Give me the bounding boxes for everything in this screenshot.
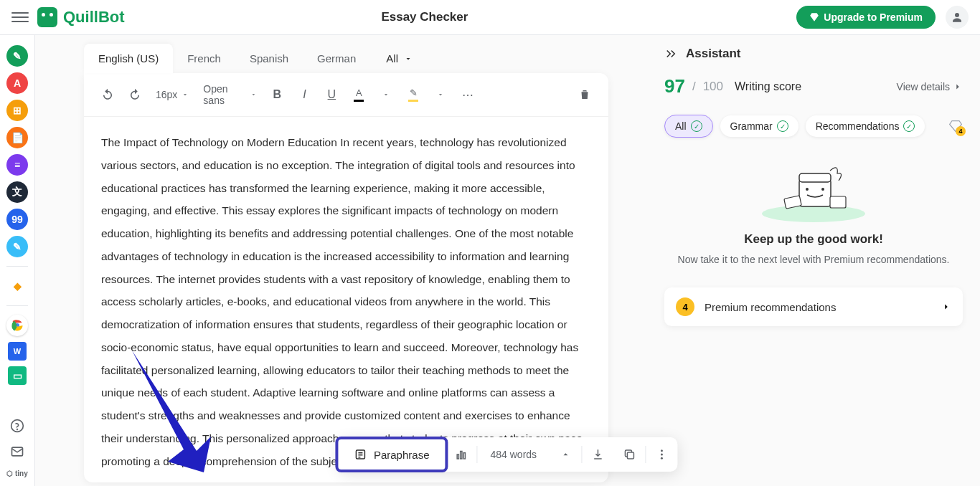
assistant-panel: Assistant 97 / 100 Writing score View de… xyxy=(657,35,980,486)
svg-rect-12 xyxy=(463,453,465,459)
svg-rect-23 xyxy=(830,196,846,208)
language-tabs: English (US) French Spanish German All xyxy=(41,35,651,73)
rail-item-3[interactable]: ⊞ xyxy=(6,100,28,121)
svg-point-4 xyxy=(17,429,18,430)
chevron-right-icon xyxy=(941,302,951,312)
view-details-link[interactable]: View details xyxy=(897,81,963,92)
sub-text: Now take it to the next level with Premi… xyxy=(664,252,963,267)
filter-dropdown[interactable]: All xyxy=(376,47,423,70)
chip-recommendations[interactable]: Recommendations✓ xyxy=(806,115,925,137)
upgrade-button[interactable]: Upgrade to Premium xyxy=(796,6,936,29)
good-work-heading: Keep up the good work! xyxy=(664,232,963,247)
chevron-down-icon xyxy=(382,91,390,98)
svg-rect-13 xyxy=(627,452,633,459)
rail-item-4[interactable]: 📄 xyxy=(6,127,28,148)
italic-button[interactable]: I xyxy=(292,82,316,107)
download-icon xyxy=(591,448,604,461)
more-options-button[interactable] xyxy=(646,437,677,472)
rail-item-8[interactable]: ✎ xyxy=(6,236,28,257)
redo-button[interactable] xyxy=(123,82,147,107)
score-sep: / xyxy=(692,80,696,94)
editor-card: 16px Open sans B I U A ✎ ⋯ The Impact of… xyxy=(84,73,608,482)
rail-app-icon[interactable]: ▭ xyxy=(8,366,27,385)
chip-grammar[interactable]: Grammar✓ xyxy=(720,115,798,137)
tool-rail: ✎ A ⊞ 📄 ≡ 文 99 ✎ ◆ W ▭ ⬡ tiny xyxy=(0,35,35,486)
rail-item-5[interactable]: ≡ xyxy=(6,154,28,176)
premium-badge-count: 4 xyxy=(956,126,966,136)
delete-button[interactable] xyxy=(573,82,597,107)
underline-button[interactable]: U xyxy=(319,82,344,107)
font-family-select[interactable]: Open sans xyxy=(197,80,262,109)
text-color-dropdown[interactable] xyxy=(374,82,398,107)
text-color-button[interactable]: A xyxy=(347,82,371,107)
tiny-badge: ⬡ tiny xyxy=(6,470,28,477)
highlight-dropdown[interactable] xyxy=(428,82,453,107)
tab-french[interactable]: French xyxy=(173,44,235,73)
chevron-down-icon xyxy=(250,91,257,98)
premium-recommendations-card[interactable]: 4 Premium recommendations xyxy=(664,287,963,326)
menu-icon[interactable] xyxy=(11,9,29,26)
page-title: Essay Checker xyxy=(53,10,797,24)
undo-button[interactable] xyxy=(95,82,120,107)
font-size-select[interactable]: 16px xyxy=(150,86,194,103)
chip-all[interactable]: All✓ xyxy=(664,115,713,138)
editor-column: English (US) French Spanish German All 1… xyxy=(35,35,657,486)
check-icon: ✓ xyxy=(903,120,915,132)
svg-point-16 xyxy=(661,457,663,459)
bold-button[interactable]: B xyxy=(265,82,289,107)
collapse-button[interactable] xyxy=(550,437,581,472)
premium-diamond-icon[interactable]: 4 xyxy=(948,119,963,133)
kebab-icon xyxy=(655,448,668,461)
paraphrase-button[interactable]: Paraphrase xyxy=(335,437,448,472)
chevron-right-icon xyxy=(953,82,963,92)
chevron-down-icon xyxy=(182,91,189,98)
highlight-button[interactable]: ✎ xyxy=(401,82,425,107)
copy-icon xyxy=(623,448,636,461)
score-value: 97 xyxy=(664,75,685,97)
mail-icon[interactable] xyxy=(9,444,25,459)
svg-rect-19 xyxy=(799,173,831,182)
editor-toolbar: 16px Open sans B I U A ✎ ⋯ xyxy=(84,73,608,117)
svg-point-15 xyxy=(661,454,663,456)
check-icon: ✓ xyxy=(691,120,702,132)
collapse-icon[interactable] xyxy=(664,47,677,60)
rec-label: Premium recommendations xyxy=(705,301,931,313)
rail-word-icon[interactable]: W xyxy=(8,342,27,361)
quillbot-icon xyxy=(37,7,57,27)
check-icon: ✓ xyxy=(777,120,788,132)
rail-item-1[interactable]: ✎ xyxy=(6,45,28,67)
rail-chrome-icon[interactable] xyxy=(6,315,28,336)
essay-text[interactable]: The Impact of Technology on Modern Educa… xyxy=(84,117,608,482)
rec-count-badge: 4 xyxy=(676,297,694,316)
svg-point-0 xyxy=(955,13,959,17)
rail-item-7[interactable]: 99 xyxy=(6,209,28,230)
tab-german[interactable]: German xyxy=(303,44,370,73)
chart-icon xyxy=(454,448,467,461)
svg-rect-10 xyxy=(457,454,458,459)
svg-point-17 xyxy=(762,205,865,222)
svg-rect-18 xyxy=(799,179,831,206)
chevron-up-icon xyxy=(560,449,570,459)
download-button[interactable] xyxy=(582,437,613,472)
svg-rect-11 xyxy=(461,452,462,459)
tab-english[interactable]: English (US) xyxy=(84,44,173,73)
chevron-down-icon xyxy=(404,54,413,63)
rail-premium-icon[interactable]: ◆ xyxy=(6,275,28,297)
user-avatar[interactable] xyxy=(946,6,969,29)
rail-item-2[interactable]: A xyxy=(6,72,28,94)
filter-label: All xyxy=(386,52,398,65)
assistant-title: Assistant xyxy=(686,47,741,61)
copy-button[interactable] xyxy=(613,437,645,472)
score-max: 100 xyxy=(703,80,723,94)
stats-button[interactable] xyxy=(445,437,476,472)
person-icon xyxy=(951,11,963,24)
rail-item-6[interactable]: 文 xyxy=(6,181,28,203)
more-button[interactable]: ⋯ xyxy=(456,82,480,107)
paraphrase-icon xyxy=(354,448,367,461)
svg-point-20 xyxy=(806,188,809,191)
help-icon[interactable] xyxy=(9,418,25,434)
chevron-down-icon xyxy=(437,91,444,98)
tab-spanish[interactable]: Spanish xyxy=(235,44,303,73)
word-count: 484 words xyxy=(477,449,550,460)
upgrade-label: Upgrade to Premium xyxy=(824,11,923,23)
